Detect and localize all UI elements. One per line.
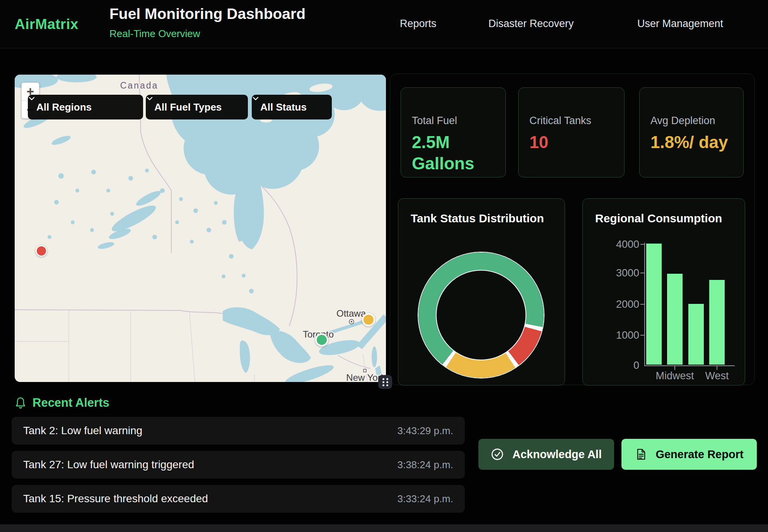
alert-message: Tank 2: Low fuel warning [23, 425, 142, 437]
y-tick-label: 0 [597, 360, 639, 372]
brand-logo[interactable]: AirMatrix [15, 16, 79, 32]
chart-title: Regional Consumption [595, 212, 722, 225]
document-icon [635, 448, 647, 460]
kpi-avg-depletion: Avg Depletion 1.8%/ day [639, 87, 744, 177]
bar-region-midwest [667, 274, 683, 365]
alert-message: Tank 27: Low fuel warning triggered [23, 459, 194, 471]
map-canvas: Canada Ottawa Toronto New York [15, 75, 386, 382]
kpi-label: Avg Depletion [650, 115, 732, 127]
page-title: Fuel Monitoring Dashboard [109, 5, 305, 22]
y-tick-label: 4000 [597, 239, 639, 251]
filter-regions-value: All Regions [36, 101, 92, 113]
kpi-total-fuel: Total Fuel 2.5M Gallons [401, 87, 506, 177]
city-marker-new-york [364, 369, 366, 372]
alert-timestamp: 3:38:24 p.m. [397, 459, 453, 471]
tank-marker-normal[interactable] [315, 333, 328, 346]
x-axis-line [644, 365, 735, 366]
kpi-value: 10 [529, 131, 613, 153]
filter-status-select[interactable]: All Status [252, 95, 332, 119]
acknowledge-all-label: Acknowledge All [512, 448, 602, 461]
chevron-down-icon [28, 95, 36, 102]
generate-report-label: Generate Report [655, 448, 743, 461]
bar-region-1 [646, 244, 662, 365]
acknowledge-all-button[interactable]: Acknowledge All [478, 439, 614, 470]
chevron-down-icon [252, 95, 259, 102]
nav-reports[interactable]: Reports [400, 18, 437, 30]
y-tick-label: 3000 [597, 267, 639, 279]
y-tick [640, 335, 644, 336]
tank-marker-critical[interactable] [36, 245, 47, 257]
filter-fuel-types-value: All Fuel Types [154, 101, 222, 113]
check-circle-icon [491, 448, 504, 461]
kpi-label: Critical Tanks [529, 115, 613, 127]
nav-disaster-recovery[interactable]: Disaster Recovery [488, 18, 574, 30]
kpi-value: 2.5M Gallons [412, 131, 495, 174]
generate-report-button[interactable]: Generate Report [621, 439, 757, 470]
dashboard-root: AirMatrix Fuel Monitoring Dashboard Real… [0, 0, 768, 532]
tank-status-card: Tank Status Distribution [398, 198, 565, 385]
alert-row[interactable]: Tank 2: Low fuel warning 3:43:29 p.m. [12, 417, 465, 445]
y-tick-label: 2000 [597, 298, 639, 310]
y-tick-label: 1000 [597, 329, 639, 341]
y-tick [640, 244, 644, 245]
recent-alerts-header: Recent Alerts [15, 396, 109, 410]
bell-icon [15, 397, 26, 409]
filter-fuel-types-select[interactable]: All Fuel Types [146, 95, 248, 119]
city-label-ottawa: Ottawa [336, 308, 366, 319]
kpi-critical-tanks: Critical Tanks 10 [518, 87, 625, 177]
filter-status-value: All Status [260, 101, 307, 113]
y-axis-line [644, 243, 645, 366]
chevron-down-icon [146, 95, 154, 102]
resize-grip-icon[interactable] [378, 375, 392, 389]
tank-status-donut-chart [418, 252, 544, 378]
filter-regions-select[interactable]: All Regions [28, 95, 143, 119]
country-label: Canada [120, 80, 159, 90]
alert-row[interactable]: Tank 15: Pressure threshold exceeded 3:3… [12, 485, 465, 513]
tank-marker-warning[interactable] [362, 313, 375, 326]
bar-region-3 [688, 304, 704, 365]
x-tick [674, 366, 675, 370]
alert-message: Tank 15: Pressure threshold exceeded [23, 493, 208, 505]
y-tick [640, 304, 644, 305]
kpi-value: 1.8%/ day [650, 131, 732, 153]
recent-alerts-title: Recent Alerts [32, 396, 109, 410]
regional-consumption-card: Regional Consumption 4000 3000 2000 1000… [582, 198, 745, 385]
kpi-label: Total Fuel [412, 115, 495, 127]
x-tick [717, 366, 717, 370]
page-subtitle: Real-Time Overview [109, 28, 200, 40]
top-bar: AirMatrix Fuel Monitoring Dashboard Real… [0, 0, 768, 48]
bar-region-west [709, 280, 725, 365]
nav-user-management[interactable]: User Management [637, 18, 723, 30]
alert-row[interactable]: Tank 27: Low fuel warning triggered 3:38… [12, 451, 465, 479]
alert-timestamp: 3:43:29 p.m. [397, 425, 453, 437]
fuel-map[interactable]: Canada Ottawa Toronto New York + − All R… [15, 75, 386, 382]
y-tick [640, 273, 644, 273]
bottom-bar [0, 524, 768, 532]
stats-panel: Total Fuel 2.5M Gallons Critical Tanks 1… [390, 73, 755, 385]
alert-timestamp: 3:33:24 p.m. [397, 493, 453, 505]
chart-title: Tank Status Distribution [411, 212, 544, 225]
x-tick-label: West [690, 370, 744, 382]
